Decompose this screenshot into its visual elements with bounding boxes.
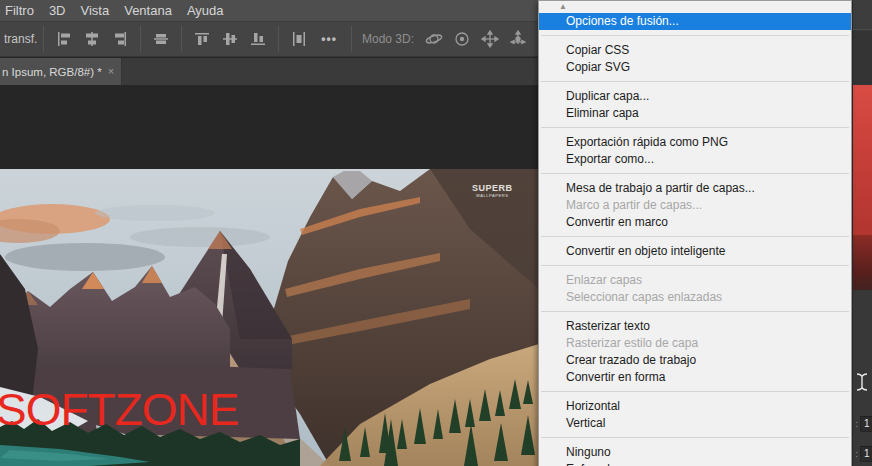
panel-red-swatch-dark: [853, 235, 872, 290]
distribute-top-edges-button[interactable]: [189, 27, 215, 51]
text-cursor-icon: [855, 372, 869, 396]
3d-slide-icon: [508, 30, 528, 48]
menubar-item-ayuda[interactable]: Ayuda: [187, 3, 224, 18]
watermark: SUPERB WALLPAPERS: [472, 184, 513, 198]
context-menu-item[interactable]: Exportar como...: [539, 151, 851, 168]
char-panel-field-icon: :: [853, 449, 860, 459]
layer-context-menu: ▲ Opciones de fusión...Copiar CSSCopiar …: [538, 0, 852, 466]
toolbar-divider: [43, 26, 44, 52]
align-horizontal-centers-button[interactable]: [79, 27, 105, 51]
context-menu-item: Marco a partir de capas...: [539, 197, 851, 214]
distribute-horizontal-centers-button[interactable]: [286, 27, 312, 51]
softzone-overlay-text: SOFTZONE: [0, 384, 238, 435]
panel-red-swatch: [853, 85, 872, 235]
more-align-options-button[interactable]: •••: [321, 32, 337, 46]
toolbar-divider: [351, 26, 352, 52]
char-size-field-1[interactable]: 1: [860, 416, 872, 432]
toolbar-divider: [181, 26, 182, 52]
context-menu-separator: [539, 306, 851, 318]
context-menu-item[interactable]: Convertir en forma: [539, 369, 851, 386]
distribute-vertical-centers-icon: [221, 30, 239, 48]
context-menu-separator: [539, 76, 851, 88]
char-panel-field-icon: :: [853, 419, 860, 429]
context-menu-separator: [539, 260, 851, 272]
align-left-edges-icon: [55, 30, 73, 48]
context-menu-separator: [539, 386, 851, 398]
context-menu-item: Enlazar capas: [539, 272, 851, 289]
3d-pan-button[interactable]: [477, 27, 503, 51]
context-menu-item[interactable]: Horizontal: [539, 398, 851, 415]
watermark-line2: WALLPAPERS: [472, 194, 513, 198]
align-right-edges-button[interactable]: [107, 27, 133, 51]
watermark-line1: SUPERB: [472, 184, 513, 193]
context-menu-separator: [539, 30, 851, 42]
3d-orbit-icon: [424, 30, 444, 48]
distribute-top-edges-icon: [193, 30, 211, 48]
distribute-vertical-centers-button[interactable]: [217, 27, 243, 51]
menubar-item-filtro[interactable]: Filtro: [5, 3, 34, 18]
distribute-bottom-edges-icon: [249, 30, 267, 48]
menu-scroll-up[interactable]: ▲: [539, 1, 851, 13]
align-right-edges-icon: [111, 30, 129, 48]
char-panel-row: : 1: [853, 445, 872, 463]
3d-roll-button[interactable]: [449, 27, 475, 51]
context-menu-separator: [539, 168, 851, 180]
context-menu-item[interactable]: Opciones de fusión...: [539, 13, 851, 30]
docked-panel-edge: : 1 : 1: [852, 0, 872, 466]
context-menu-item[interactable]: Eliminar capa: [539, 105, 851, 122]
context-menu-separator: [539, 432, 851, 444]
scroll-up-arrow-icon: ▲: [559, 3, 567, 11]
menubar-item-3d[interactable]: 3D: [49, 3, 66, 18]
context-menu-item: Rasterizar estilo de capa: [539, 335, 851, 352]
context-menu-item[interactable]: Convertir en objeto inteligente: [539, 243, 851, 260]
panel-edge-top: [853, 0, 872, 30]
3d-orbit-button[interactable]: [421, 27, 447, 51]
context-menu-item[interactable]: Rasterizar texto: [539, 318, 851, 335]
context-menu-item[interactable]: Vertical: [539, 415, 851, 432]
menubar-items: Filtro3DVistaVentanaAyuda: [5, 3, 224, 18]
close-icon[interactable]: ×: [108, 66, 114, 77]
context-menu-item[interactable]: Copiar CSS: [539, 42, 851, 59]
menubar-item-ventana[interactable]: Ventana: [124, 3, 172, 18]
context-menu-item: Seleccionar capas enlazadas: [539, 289, 851, 306]
panel-edge-sub: [853, 31, 872, 85]
toolbar-divider: [140, 26, 141, 52]
3d-slide-button[interactable]: [505, 27, 531, 51]
context-menu-item[interactable]: Enfocado: [539, 461, 851, 466]
context-menu-item[interactable]: Convertir en marco: [539, 214, 851, 231]
context-menu-item[interactable]: Ninguno: [539, 444, 851, 461]
toolbar-divider: [278, 26, 279, 52]
mode3d-label: Modo 3D:: [362, 32, 414, 46]
context-menu-item[interactable]: Mesa de trabajo a partir de capas...: [539, 180, 851, 197]
document-tab-title: n Ipsum, RGB/8#) *: [2, 66, 102, 78]
context-menu-item[interactable]: Crear trazado de trabajo: [539, 352, 851, 369]
3d-pan-icon: [480, 30, 500, 48]
char-panel-row: : 1: [853, 415, 872, 433]
context-menu-item[interactable]: Copiar SVG: [539, 59, 851, 76]
photoshop-window: SOFTZONE SUPERB WALLPAPERS Filtro3DVista…: [0, 0, 872, 466]
distribute-bottom-edges-button[interactable]: [245, 27, 271, 51]
align-left-edges-button[interactable]: [51, 27, 77, 51]
document-tab[interactable]: n Ipsum, RGB/8#) * ×: [0, 58, 122, 85]
char-size-field-2[interactable]: 1: [860, 446, 872, 462]
context-menu-list: Opciones de fusión...Copiar CSSCopiar SV…: [539, 13, 851, 466]
context-menu-separator: [539, 231, 851, 243]
align-horizontal-centers-icon: [83, 30, 101, 48]
context-menu-item[interactable]: Duplicar capa...: [539, 88, 851, 105]
distribute-horizontal-centers-icon: [290, 30, 308, 48]
3d-roll-icon: [452, 30, 472, 48]
align-vertical-centers-icon: [152, 30, 170, 48]
context-menu-item[interactable]: Exportación rápida como PNG: [539, 134, 851, 151]
transform-controls-label[interactable]: transf.: [4, 32, 37, 46]
align-vertical-centers-button[interactable]: [148, 27, 174, 51]
menubar-item-vista[interactable]: Vista: [81, 3, 110, 18]
context-menu-separator: [539, 122, 851, 134]
